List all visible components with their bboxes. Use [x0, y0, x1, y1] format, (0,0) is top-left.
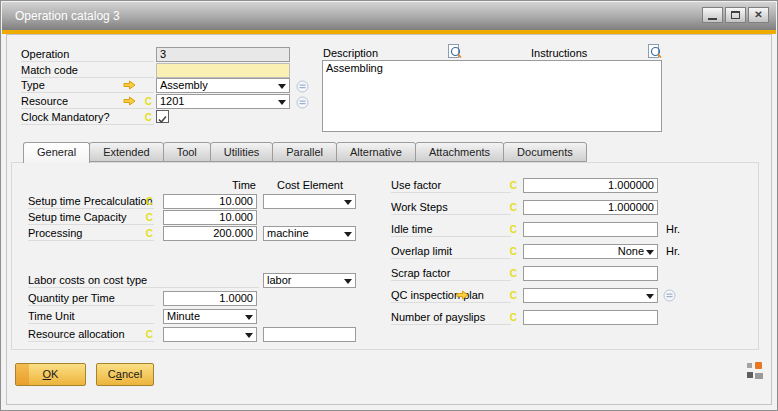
define-new-icon[interactable] — [296, 80, 309, 93]
processing-cost-value: machine — [267, 227, 309, 239]
ok-label: O — [43, 368, 52, 380]
chevron-down-icon — [646, 250, 654, 255]
quantity-per-time-input[interactable]: 1.0000 — [163, 291, 257, 306]
minimize-button[interactable] — [702, 7, 723, 23]
expand-text-editor-icon[interactable] — [448, 44, 462, 59]
chevron-down-icon — [278, 100, 286, 105]
c-marker: C — [143, 227, 153, 240]
chevron-down-icon — [344, 232, 352, 237]
match-code-input[interactable] — [156, 63, 290, 78]
type-value: Assembly — [160, 79, 208, 91]
resource-allocation-dropdown[interactable] — [163, 327, 257, 342]
cancel-label: C — [108, 368, 116, 380]
operation-label: Operation — [21, 47, 154, 62]
resource-value: 1201 — [160, 95, 184, 107]
type-dropdown[interactable]: Assembly — [156, 78, 290, 93]
tab-documents[interactable]: Documents — [503, 142, 587, 162]
c-marker: C — [142, 95, 152, 108]
work-steps-input[interactable]: 1.000000 — [523, 200, 658, 215]
chevron-down-icon — [344, 279, 352, 284]
time-unit-value: Minute — [167, 310, 200, 322]
c-marker: C — [507, 179, 517, 192]
c-marker: C — [507, 311, 517, 324]
use-factor-input[interactable]: 1.000000 — [523, 178, 658, 193]
close-button[interactable]: ✕ — [748, 7, 769, 23]
ok-button[interactable]: OK — [15, 363, 86, 386]
processing-cost-dropdown[interactable]: machine — [263, 226, 356, 241]
setup-capacity-label: Setup time Capacity — [28, 210, 154, 225]
c-marker: C — [507, 201, 517, 214]
clock-mandatory-label: Clock Mandatory? — [21, 110, 154, 125]
tab-alternative[interactable]: Alternative — [336, 142, 416, 162]
window-title: Operation catalog 3 — [15, 2, 120, 30]
define-new-icon[interactable] — [663, 289, 676, 302]
labor-costs-dropdown[interactable]: labor — [263, 273, 356, 288]
c-marker: C — [143, 328, 153, 341]
default-button-stripe — [16, 364, 29, 385]
ok-label-rest: K — [51, 368, 58, 380]
number-of-payslips-input[interactable] — [523, 310, 658, 325]
scrap-factor-input[interactable] — [523, 266, 658, 281]
link-arrow-icon[interactable] — [123, 80, 136, 90]
idle-time-input[interactable] — [523, 222, 658, 237]
clock-mandatory-checkbox[interactable] — [156, 110, 169, 123]
c-marker: C — [143, 195, 153, 208]
overlap-limit-dropdown[interactable]: None — [523, 244, 658, 259]
chevron-down-icon — [278, 84, 286, 89]
check-icon — [157, 114, 168, 125]
tab-extended[interactable]: Extended — [89, 142, 163, 162]
overlap-limit-unit-label: Hr. — [666, 244, 680, 258]
close-icon: ✕ — [754, 10, 762, 20]
title-bar[interactable]: Operation catalog 3 — [2, 2, 776, 30]
labor-costs-label: Labor costs on cost type — [28, 273, 259, 288]
match-code-label: Match code — [21, 63, 154, 78]
use-factor-label: Use factor — [391, 178, 511, 193]
description-label: Description — [323, 46, 433, 61]
setup-precalc-cost-dropdown[interactable] — [263, 194, 356, 209]
minimize-icon — [708, 18, 717, 20]
processing-time-input[interactable]: 200.000 — [163, 226, 257, 241]
related-panels-icon[interactable] — [746, 362, 763, 379]
overlap-limit-value: None — [618, 245, 644, 257]
quantity-per-time-label: Quantity per Time — [28, 291, 154, 306]
chevron-down-icon — [344, 200, 352, 205]
cost-element-column-header: Cost Element — [261, 178, 359, 192]
scrap-factor-label: Scrap factor — [391, 266, 511, 281]
tab-general[interactable]: General — [23, 142, 90, 163]
define-new-icon[interactable] — [296, 96, 309, 109]
maximize-icon — [731, 11, 740, 19]
time-column-header: Time — [163, 178, 256, 192]
idle-time-label: Idle time — [391, 222, 511, 237]
cancel-button[interactable]: Cancel — [96, 363, 154, 386]
chevron-down-icon — [245, 333, 253, 338]
resource-dropdown[interactable]: 1201 — [156, 94, 290, 109]
tab-utilities[interactable]: Utilities — [210, 142, 273, 162]
cancel-label-rest: ncel — [122, 368, 142, 380]
qc-inspection-plan-dropdown[interactable] — [523, 288, 658, 303]
labor-costs-value: labor — [267, 274, 291, 286]
resource-allocation-extra-input[interactable] — [263, 327, 356, 342]
link-arrow-icon[interactable] — [456, 290, 469, 300]
expand-text-editor-icon[interactable] — [648, 44, 662, 59]
tab-tool[interactable]: Tool — [163, 142, 211, 162]
time-unit-dropdown[interactable]: Minute — [163, 309, 257, 324]
resource-allocation-label: Resource allocation — [28, 327, 154, 342]
maximize-button[interactable] — [725, 7, 746, 23]
processing-label: Processing — [28, 226, 154, 241]
setup-precalc-label: Setup time Precalculation — [28, 194, 154, 209]
chevron-down-icon — [245, 315, 253, 320]
c-marker: C — [143, 211, 153, 224]
setup-precalc-time-input[interactable]: 10.000 — [163, 194, 257, 209]
work-steps-label: Work Steps — [391, 200, 511, 215]
c-marker: C — [507, 223, 517, 236]
overlap-limit-label: Overlap limit — [391, 244, 511, 259]
link-arrow-icon[interactable] — [123, 96, 136, 106]
tab-parallel[interactable]: Parallel — [272, 142, 337, 162]
description-textarea[interactable]: Assembling — [322, 60, 662, 132]
tab-attachments[interactable]: Attachments — [415, 142, 504, 162]
chevron-down-icon — [646, 294, 654, 299]
instructions-label: Instructions — [531, 46, 641, 61]
qc-inspection-plan-label: QC inspection plan — [391, 288, 511, 303]
setup-capacity-time-input[interactable]: 10.000 — [163, 210, 257, 225]
time-unit-label: Time Unit — [28, 309, 154, 324]
